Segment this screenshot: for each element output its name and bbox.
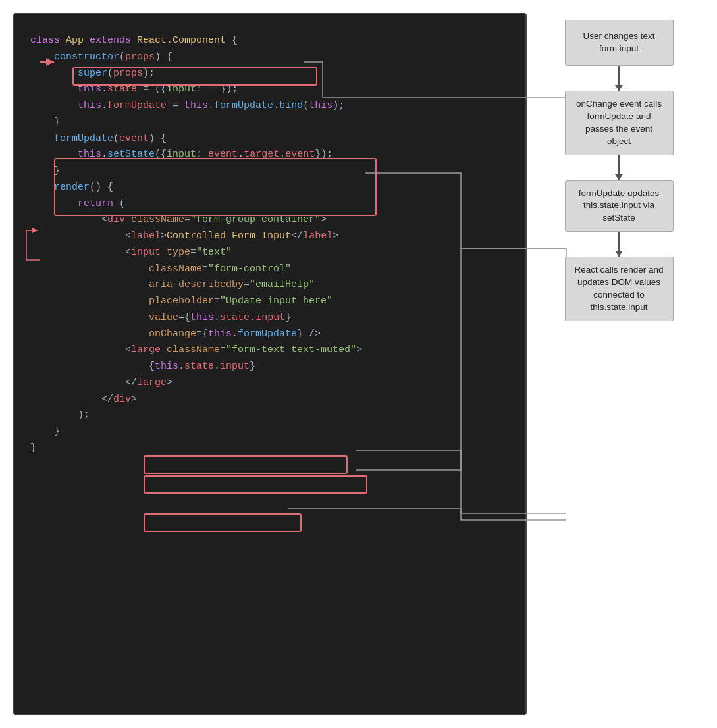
code-line-14: <div className="form-group container"> bbox=[30, 212, 510, 228]
flow-box-3: formUpdate updates this.state.input via … bbox=[565, 180, 674, 232]
flow-box-4: React calls render and updates DOM value… bbox=[565, 257, 674, 321]
highlight-value bbox=[144, 455, 348, 474]
flow-arrow-2 bbox=[618, 155, 620, 180]
code-line-8: formUpdate(event) { bbox=[30, 131, 510, 147]
code-line-2: constructor(props) { bbox=[30, 49, 510, 66]
code-line-15: <label>Controlled Form Input</label> bbox=[30, 228, 510, 245]
flow-panel: User changes text form input onChange ev… bbox=[540, 20, 698, 321]
code-line-10: } bbox=[30, 163, 510, 180]
highlight-stateref bbox=[144, 513, 302, 532]
code-line-24: </large> bbox=[30, 375, 510, 392]
flow-box-1: User changes text form input bbox=[565, 20, 674, 66]
code-line-17: className="form-control" bbox=[30, 261, 510, 278]
code-line-21: onChange={this.formUpdate} /> bbox=[30, 326, 510, 343]
code-lines: class App extends React.Component { cons… bbox=[30, 33, 510, 457]
code-line-12: render() { bbox=[30, 180, 510, 196]
code-line-25: </div> bbox=[30, 392, 510, 408]
code-line-1: class App extends React.Component { bbox=[30, 33, 510, 49]
code-line-18: aria-describedby="emailHelp" bbox=[30, 277, 510, 294]
code-line-5: this.formUpdate = this.formUpdate.bind(t… bbox=[30, 98, 510, 115]
flow-box-2: onChange event calls formUpdate and pass… bbox=[565, 91, 674, 155]
highlight-onchange bbox=[144, 475, 367, 494]
code-line-6: } bbox=[30, 115, 510, 131]
code-line-20: value={this.state.input} bbox=[30, 310, 510, 326]
code-line-9: this.setState({input: event.target.event… bbox=[30, 147, 510, 163]
code-line-23: {this.state.input} bbox=[30, 359, 510, 375]
flow-arrow-1 bbox=[618, 66, 620, 91]
code-line-27: } bbox=[30, 424, 510, 440]
code-line-19: placeholder="Update input here" bbox=[30, 294, 510, 310]
code-line-28: } bbox=[30, 440, 510, 457]
flow-arrow-3 bbox=[618, 232, 620, 257]
code-line-3: super(props);​ bbox=[30, 66, 510, 82]
code-line-26: ); bbox=[30, 407, 510, 424]
code-line-16: <input type="text" bbox=[30, 245, 510, 261]
code-line-13: return ( bbox=[30, 196, 510, 213]
code-line-4: this.state = ({input: ''});​ bbox=[30, 82, 510, 98]
main-container: class App extends React.Component { cons… bbox=[0, 0, 717, 728]
code-line-22: <large className="form-text text-muted"> bbox=[30, 342, 510, 359]
code-panel: class App extends React.Component { cons… bbox=[13, 13, 527, 715]
